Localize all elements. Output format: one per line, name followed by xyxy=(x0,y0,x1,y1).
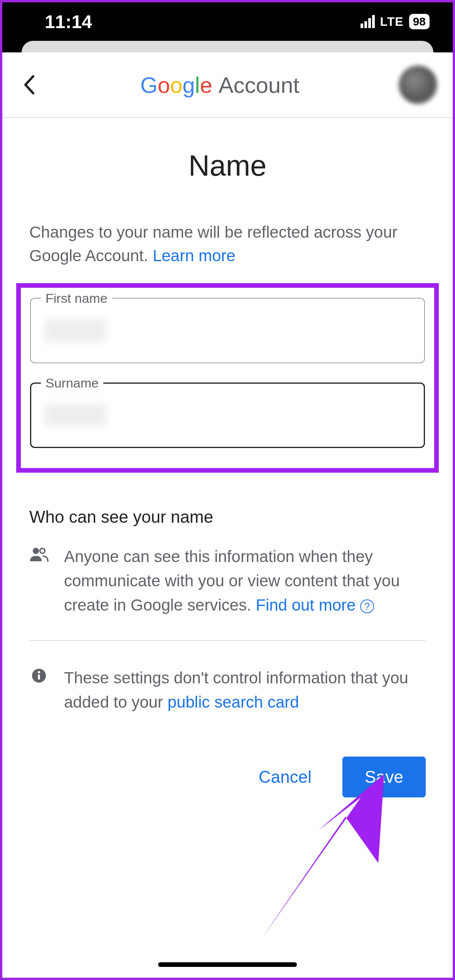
help-icon: ? xyxy=(360,599,374,613)
chevron-left-icon xyxy=(23,75,35,95)
surname-label: Surname xyxy=(41,376,103,391)
battery-level: 98 xyxy=(409,14,430,29)
app-header: Google Account xyxy=(2,52,453,118)
surname-blurred-value xyxy=(45,404,106,427)
status-time: 11:14 xyxy=(45,11,92,32)
info-note-row: These settings don't control information… xyxy=(29,666,426,714)
info-note-text: These settings don't control information… xyxy=(64,666,426,714)
signal-icon xyxy=(361,15,375,28)
first-name-blurred-value xyxy=(45,319,106,342)
name-fields-highlight: First name Surname xyxy=(16,283,439,473)
surname-field-wrap: Surname xyxy=(30,383,425,448)
account-label: Account xyxy=(219,72,300,98)
network-type: LTE xyxy=(380,15,404,29)
profile-avatar[interactable] xyxy=(399,65,437,104)
people-icon xyxy=(29,544,49,617)
info-icon xyxy=(29,666,49,714)
google-account-logo: Google Account xyxy=(41,72,399,98)
annotation-arrow-icon xyxy=(245,774,407,944)
visibility-heading: Who can see your name xyxy=(29,507,426,527)
visibility-description: Anyone can see this information when the… xyxy=(64,544,426,617)
svg-marker-5 xyxy=(261,774,384,940)
home-indicator[interactable] xyxy=(158,962,297,967)
first-name-label: First name xyxy=(41,291,112,306)
section-divider xyxy=(29,640,426,641)
svg-rect-3 xyxy=(38,675,40,680)
page-title: Name xyxy=(29,149,426,182)
save-button[interactable]: Save xyxy=(342,757,426,797)
svg-point-0 xyxy=(33,548,39,554)
learn-more-link[interactable]: Learn more xyxy=(153,247,236,265)
screen-frame: 11:14 LTE 98 Google Account xyxy=(0,0,455,980)
find-out-more-link[interactable]: Find out more ? xyxy=(256,596,374,614)
svg-point-1 xyxy=(40,548,45,553)
visibility-row: Anyone can see this information when the… xyxy=(29,544,426,617)
name-change-description: Changes to your name will be reflected a… xyxy=(29,221,426,268)
svg-point-4 xyxy=(38,671,40,673)
main-content: Name Changes to your name will be reflec… xyxy=(2,118,453,797)
google-logo-text: Google xyxy=(140,72,212,98)
action-buttons: Cancel Save xyxy=(29,757,426,797)
back-button[interactable] xyxy=(18,73,41,96)
cancel-button[interactable]: Cancel xyxy=(246,757,324,797)
public-search-card-link[interactable]: public search card xyxy=(168,693,299,711)
status-right: LTE 98 xyxy=(361,14,430,29)
first-name-field-wrap: First name xyxy=(30,298,425,363)
